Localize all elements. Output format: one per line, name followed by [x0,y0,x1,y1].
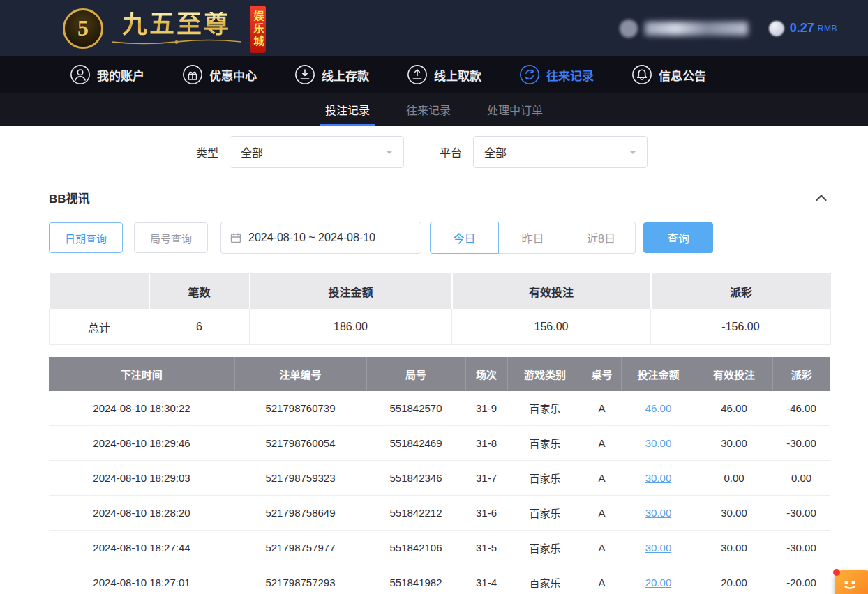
bet-table-header-row: 下注时间 注单编号 局号 场次 游戏类别 桌号 投注金额 有效投注 派彩 [49,357,830,391]
platform-select[interactable]: 全部 [473,136,648,168]
cell-valid-bet: 0.00 [696,461,772,496]
summary-header-row: 笔数 投注金额 有效投注 派彩 [50,273,831,309]
brand-logo[interactable]: 5 九五至尊 娱乐城 [63,4,266,53]
username-redacted[interactable] [645,22,748,36]
bet-table-body: 2024-08-10 18:30:22521798760739551842570… [49,391,830,594]
filter-row: 类型 全部 平台 全部 [196,136,830,168]
type-select[interactable]: 全部 [230,136,404,168]
section-title: BB视讯 [49,189,90,206]
table-row: 2024-08-10 18:29:46521798760054551842469… [49,426,830,461]
notification-dot [833,569,840,576]
chevron-down-icon [386,151,393,158]
tab-processing-orders[interactable]: 处理中订单 [485,93,545,126]
round-query-button[interactable]: 局号查询 [134,222,208,253]
nav-item-deposit[interactable]: 线上存款 [294,64,369,85]
bet-amount-link[interactable]: 46.00 [645,402,672,414]
summary-header-count: 笔数 [149,273,250,309]
chevron-down-icon [629,151,636,158]
nav-item-withdraw[interactable]: 线上取款 [407,64,481,85]
header-payout: 派彩 [772,357,830,391]
yesterday-button[interactable]: 昨日 [498,222,567,254]
cell-valid-bet: 30.00 [696,426,772,461]
cell-bet-id: 521798759323 [234,461,366,496]
cell-round-number: 551842212 [366,496,465,531]
bet-amount-link[interactable]: 30.00 [645,542,672,554]
bet-amount-link[interactable]: 20.00 [645,577,672,588]
nav-label: 往来记录 [546,66,594,84]
cell-bet-amount[interactable]: 30.00 [621,531,696,565]
cell-round-number: 551842346 [366,461,465,496]
user-avatar[interactable] [620,20,638,38]
calendar-icon [230,231,242,244]
platform-label: 平台 [440,144,462,160]
balance-currency: RMB [818,24,837,33]
summary-header-empty [50,273,149,309]
cell-valid-bet: 46.00 [696,391,772,426]
cell-round-number: 551842570 [366,391,465,426]
cell-table-number: A [583,461,621,496]
bet-amount-link[interactable]: 30.00 [645,472,672,484]
nav-item-promotions[interactable]: 优惠中心 [182,64,257,85]
summary-header-valid-bet: 有效投注 [452,273,651,309]
today-button[interactable]: 今日 [430,222,499,254]
date-range-value: 2024-08-10 ~ 2024-08-10 [248,231,375,244]
cell-payout: -30.00 [772,496,830,531]
tab-transaction-records[interactable]: 往来记录 [404,93,453,126]
tab-betting-records[interactable]: 投注记录 [323,93,372,126]
cell-payout: -20.00 [772,565,830,594]
cell-bet-time: 2024-08-10 18:28:20 [49,496,234,531]
chat-widget-button[interactable] [835,570,868,594]
cell-bet-amount[interactable]: 30.00 [621,426,696,461]
bet-amount-link[interactable]: 30.00 [645,437,672,449]
search-button[interactable]: 查询 [643,222,713,253]
collapse-button[interactable] [812,190,830,206]
cell-bet-amount[interactable]: 30.00 [621,461,696,496]
header-round-number: 局号 [366,357,465,391]
header-bet-id: 注单编号 [234,357,366,391]
cell-game-type: 百家乐 [507,496,583,531]
header-bet-amount: 投注金额 [621,357,696,391]
page: 5 九五至尊 娱乐城 0.27 RMB 我的账户 [0,0,868,594]
main-nav: 我的账户 优惠中心 线上存款 线上取款 往来记录 [0,56,868,93]
cell-round-number: 551842106 [366,531,465,565]
cell-session: 31-6 [465,496,507,531]
cell-game-type: 百家乐 [507,426,583,461]
header-bet-time: 下注时间 [49,357,234,391]
date-query-button[interactable]: 日期查询 [49,222,123,253]
cell-game-type: 百家乐 [507,565,583,594]
cell-table-number: A [583,391,621,426]
bet-table: 下注时间 注单编号 局号 场次 游戏类别 桌号 投注金额 有效投注 派彩 202… [49,357,830,594]
last8days-button[interactable]: 近8日 [567,222,636,254]
date-range-input[interactable]: 2024-08-10 ~ 2024-08-10 [220,222,421,254]
summary-header-payout: 派彩 [651,273,831,309]
cell-game-type: 百家乐 [507,531,583,565]
nav-label: 线上取款 [434,66,481,84]
cell-round-number: 551842469 [366,426,465,461]
summary-header-bet-amount: 投注金额 [250,273,452,309]
cell-bet-time: 2024-08-10 18:27:01 [49,565,234,594]
type-select-value: 全部 [241,144,263,160]
summary-total-bet-amount: 186.00 [250,309,452,345]
brand-title: 九五至尊 [122,12,231,37]
top-header: 5 九五至尊 娱乐城 0.27 RMB [0,0,868,56]
bet-amount-link[interactable]: 30.00 [645,507,672,519]
balance-value: 0.27 [790,21,814,36]
brand-text: 九五至尊 [110,12,243,45]
nav-item-records[interactable]: 往来记录 [519,64,594,85]
cell-payout: -30.00 [772,426,830,461]
nav-item-my-account[interactable]: 我的账户 [70,64,144,85]
header-valid-bet: 有效投注 [696,357,772,391]
cell-bet-amount[interactable]: 20.00 [621,565,696,594]
summary-total-valid-bet: 156.00 [452,309,651,345]
cell-table-number: A [583,496,621,531]
table-row: 2024-08-10 18:29:03521798759323551842346… [49,461,830,496]
quick-date-group: 今日 昨日 近8日 [430,222,636,254]
summary-total-count: 6 [149,309,250,345]
cell-bet-amount[interactable]: 46.00 [621,391,696,426]
brand-emblem-text: 5 [77,15,89,41]
cell-bet-amount[interactable]: 30.00 [621,496,696,531]
brand-emblem-icon: 5 [63,8,103,49]
nav-item-announcements[interactable]: 信息公告 [631,64,706,85]
cell-game-type: 百家乐 [507,391,583,426]
cell-payout: -46.00 [772,391,830,426]
